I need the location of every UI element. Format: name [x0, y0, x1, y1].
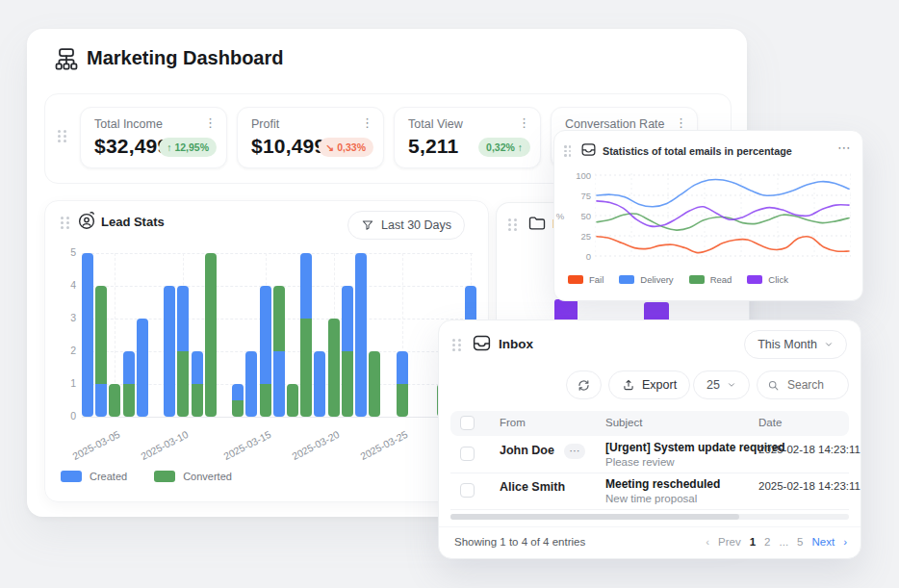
bar-segment	[342, 286, 353, 351]
export-label: Export	[642, 378, 677, 392]
bar-segment	[245, 351, 257, 417]
stacked-bar	[137, 319, 148, 417]
bar-segment	[314, 351, 325, 417]
prev-button[interactable]: Prev	[718, 536, 741, 548]
date-filter-label: Last 30 Days	[381, 218, 451, 232]
inbox-icon	[472, 333, 492, 353]
inbox-title: Inbox	[499, 337, 533, 351]
email-ylabel: %	[554, 211, 566, 221]
row-subject: Meeting rescheduled	[605, 477, 720, 491]
table-header: From Subject Date	[450, 411, 849, 436]
bar-segment	[260, 286, 271, 384]
bar-segment	[95, 286, 107, 384]
kpi-card-total-view: Total View ⋮ 5,211 0,32% ↑	[394, 107, 541, 168]
drag-handle-icon[interactable]	[452, 339, 461, 351]
bar-segment	[397, 351, 408, 384]
drag-handle-icon[interactable]	[58, 130, 66, 142]
stacked-bar	[192, 351, 203, 417]
select-all-checkbox[interactable]	[460, 416, 475, 430]
email-stats-title: Statistics of total emails in percentage	[603, 145, 792, 157]
col-date: Date	[758, 417, 782, 428]
row-checkbox[interactable]	[460, 447, 475, 461]
lead-legend: Created Converted	[61, 471, 232, 482]
bar-segment	[328, 319, 340, 417]
page-title: Marketing Dashboard	[87, 47, 283, 69]
row-checkbox[interactable]	[460, 483, 475, 498]
legend-swatch	[689, 275, 705, 284]
x-tick-label: 2025-03-05	[65, 428, 122, 465]
bar-segment	[82, 253, 93, 417]
trend-badge: ↑ 12,95%	[159, 138, 217, 157]
email-stats-card: Statistics of total emails in percentage…	[553, 130, 863, 301]
legend-item: Read	[689, 274, 732, 285]
kpi-value: $32,499	[94, 135, 168, 158]
kpi-card-profit: Profit ⋮ $10,499 ↘ 0,33%	[237, 107, 384, 168]
trend-badge: 0,32% ↑	[478, 138, 530, 157]
x-tick-label: 2025-03-25	[352, 428, 409, 465]
email-line-chart	[595, 169, 851, 262]
table-row[interactable]: John Doe ⋯ [Urgent] System update requir…	[450, 436, 849, 473]
search-icon	[767, 379, 780, 392]
bar-segment	[192, 384, 203, 417]
email-y-tick: 0	[566, 251, 591, 262]
row-menu-icon[interactable]: ⋯	[564, 444, 585, 459]
bar-segment	[177, 286, 189, 351]
drag-handle-icon[interactable]	[564, 145, 571, 157]
bar-segment	[123, 351, 135, 384]
bar-segment	[177, 351, 189, 417]
bar-segment	[355, 253, 367, 417]
period-dropdown[interactable]: This Month	[744, 330, 847, 359]
legend-item-created: Created	[61, 471, 127, 482]
search-box[interactable]	[757, 371, 849, 399]
x-tick-label: 2025-03-20	[284, 428, 341, 465]
kpi-label: Total Income	[94, 117, 163, 131]
lead-bars	[82, 253, 473, 417]
next-button[interactable]: Next	[812, 536, 835, 548]
legend-item: Delivery	[619, 274, 673, 285]
stacked-bar	[355, 253, 367, 417]
drag-handle-icon[interactable]	[61, 217, 69, 229]
bar-segment	[232, 400, 244, 417]
horizontal-scrollbar[interactable]	[450, 514, 849, 520]
kebab-menu-icon[interactable]: ⋮	[675, 116, 687, 129]
scrollbar-thumb[interactable]	[450, 514, 739, 520]
stacked-bar	[177, 286, 189, 417]
bar-segment	[192, 351, 203, 384]
legend-swatch	[747, 275, 762, 284]
page-5[interactable]: 5	[797, 536, 803, 548]
bar-segment	[397, 384, 408, 417]
stacked-bar	[232, 384, 244, 417]
page-size-dropdown[interactable]: 25	[693, 371, 750, 399]
kpi-value: 5,211	[408, 135, 458, 158]
trend-badge: ↘ 0,33%	[319, 138, 374, 157]
page-size-value: 25	[706, 378, 720, 392]
kebab-menu-icon[interactable]: ⋮	[518, 116, 530, 129]
table-row[interactable]: Alice Smith Meeting rescheduled New time…	[450, 473, 849, 510]
page-1[interactable]: 1	[750, 536, 756, 548]
bar-segment	[300, 319, 312, 417]
converted-swatch	[154, 471, 175, 482]
next-chevron[interactable]: ›	[843, 536, 847, 548]
y-tick-label: 0	[55, 410, 76, 422]
email-y-tick: 50	[566, 211, 591, 221]
leads-icon	[76, 210, 97, 231]
bar-segment	[95, 384, 107, 417]
row-date: 2025-02-18 14:23:11	[758, 480, 860, 492]
legend-label: Delivery	[640, 274, 673, 285]
bar-segment	[123, 384, 135, 417]
legend-label: Converted	[183, 471, 232, 482]
legend-item-converted: Converted	[154, 471, 232, 482]
refresh-button[interactable]	[566, 371, 602, 399]
more-menu-icon[interactable]: ⋯	[837, 141, 851, 154]
mail-icon	[580, 141, 597, 158]
export-button[interactable]: Export	[608, 371, 690, 399]
prev-chevron[interactable]: ‹	[706, 536, 709, 548]
legend-label: Read	[710, 274, 732, 285]
date-filter-button[interactable]: Last 30 Days	[347, 211, 465, 240]
gridline	[82, 253, 473, 254]
search-input[interactable]	[785, 377, 843, 393]
kebab-menu-icon[interactable]: ⋮	[361, 116, 373, 129]
page-2[interactable]: 2	[764, 536, 770, 548]
kebab-menu-icon[interactable]: ⋮	[204, 116, 217, 129]
drag-handle-icon[interactable]	[508, 218, 517, 231]
